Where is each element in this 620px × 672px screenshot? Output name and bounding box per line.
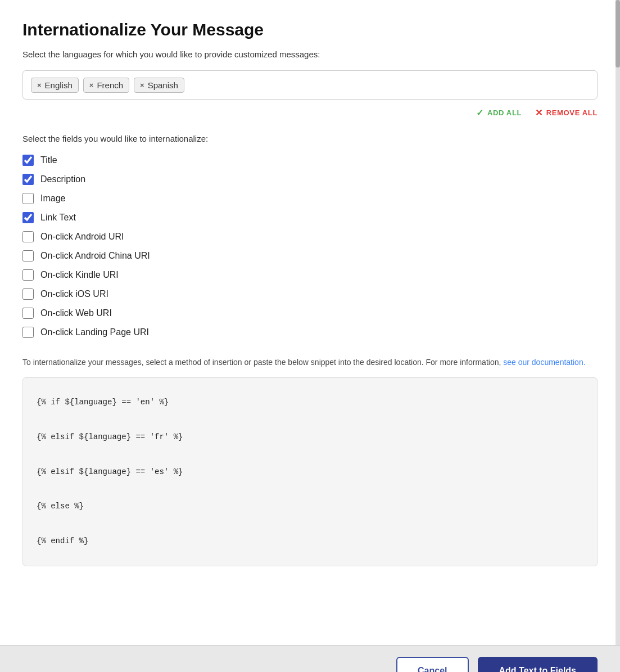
- code-line-8: [37, 515, 583, 533]
- checkbox-onclick-ios-uri-label: On-click iOS URI: [40, 289, 108, 299]
- language-tag-french: × French: [83, 78, 129, 93]
- remove-all-label: REMOVE ALL: [546, 109, 598, 117]
- checkbox-item-link-text[interactable]: Link Text: [22, 212, 598, 223]
- info-description: To internationalize your messages, selec…: [22, 358, 501, 367]
- cancel-button[interactable]: Cancel: [396, 657, 468, 672]
- remove-spanish-icon[interactable]: ×: [140, 81, 144, 89]
- checkbox-link-text-label: Link Text: [40, 213, 76, 223]
- checkbox-description[interactable]: [22, 174, 34, 185]
- language-tag-french-label: French: [97, 80, 123, 90]
- language-tag-english: × English: [31, 78, 79, 93]
- info-text: To internationalize your messages, selec…: [22, 356, 598, 368]
- checkbox-onclick-android-china-uri[interactable]: [22, 250, 34, 261]
- remove-all-button[interactable]: ✕ REMOVE ALL: [535, 107, 598, 118]
- checkbox-item-onclick-web-uri[interactable]: On-click Web URI: [22, 308, 598, 319]
- checkbox-item-onclick-android-china-uri[interactable]: On-click Android China URI: [22, 250, 598, 261]
- code-line-3: {% elsif ${language} == 'fr' %}: [37, 429, 583, 446]
- modal-content: Internationalize Your Message Select the…: [0, 0, 620, 645]
- checkbox-item-title[interactable]: Title: [22, 155, 598, 166]
- checkbox-onclick-ios-uri[interactable]: [22, 288, 34, 300]
- checkbox-item-onclick-android-uri[interactable]: On-click Android URI: [22, 231, 598, 242]
- add-all-label: ADD ALL: [487, 109, 522, 117]
- checkbox-item-onclick-ios-uri[interactable]: On-click iOS URI: [22, 288, 598, 300]
- checkbox-onclick-kindle-uri-label: On-click Kindle URI: [40, 270, 119, 280]
- checkbox-item-description[interactable]: Description: [22, 174, 598, 185]
- checkbox-title-label: Title: [40, 155, 57, 165]
- language-tag-english-label: English: [45, 80, 73, 90]
- checkbox-onclick-android-uri-label: On-click Android URI: [40, 232, 124, 242]
- code-line-1: {% if ${language} == 'en' %}: [37, 394, 583, 411]
- add-remove-row: ✓ ADD ALL ✕ REMOVE ALL: [22, 107, 598, 118]
- code-line-6: [37, 480, 583, 498]
- checkbox-title[interactable]: [22, 155, 34, 166]
- remove-x-icon: ✕: [535, 107, 543, 118]
- modal-container: Internationalize Your Message Select the…: [0, 0, 620, 672]
- checkbox-onclick-android-china-uri-label: On-click Android China URI: [40, 251, 150, 261]
- language-tag-spanish: × Spanish: [134, 78, 184, 93]
- language-tags-container: × English × French × Spanish: [22, 70, 598, 100]
- page-title: Internationalize Your Message: [22, 20, 598, 39]
- add-all-button[interactable]: ✓ ADD ALL: [476, 107, 522, 118]
- code-line-4: [37, 446, 583, 463]
- code-line-2: [37, 411, 583, 429]
- remove-french-icon[interactable]: ×: [89, 81, 94, 89]
- fields-subtitle: Select the fields you would like to inte…: [22, 134, 598, 143]
- checkbox-description-label: Description: [40, 174, 85, 184]
- checkbox-image[interactable]: [22, 193, 34, 204]
- language-tag-spanish-label: Spanish: [148, 80, 178, 90]
- checkbox-item-onclick-kindle-uri[interactable]: On-click Kindle URI: [22, 269, 598, 281]
- checkbox-onclick-landing-page-uri-label: On-click Landing Page URI: [40, 327, 149, 337]
- code-line-5: {% elsif ${language} == 'es' %}: [37, 463, 583, 481]
- checkbox-onclick-landing-page-uri[interactable]: [22, 327, 34, 338]
- check-icon: ✓: [476, 107, 484, 118]
- footer-bar: Cancel Add Text to Fields: [0, 645, 620, 672]
- code-line-9: {% endif %}: [37, 533, 583, 550]
- documentation-link[interactable]: see our documentation.: [503, 358, 585, 367]
- checkbox-onclick-android-uri[interactable]: [22, 231, 34, 242]
- checkbox-item-onclick-landing-page-uri[interactable]: On-click Landing Page URI: [22, 327, 598, 338]
- checkbox-list: Title Description Image Link Text On-cli…: [22, 155, 598, 338]
- checkbox-onclick-web-uri[interactable]: [22, 308, 34, 319]
- checkbox-image-label: Image: [40, 193, 65, 204]
- doc-link-text: see our documentation.: [503, 358, 585, 367]
- checkbox-link-text[interactable]: [22, 212, 34, 223]
- add-text-to-fields-button[interactable]: Add Text to Fields: [478, 657, 598, 672]
- code-block: {% if ${language} == 'en' %} {% elsif ${…: [22, 377, 598, 566]
- language-select-subtitle: Select the languages for which you would…: [22, 49, 598, 59]
- checkbox-item-image[interactable]: Image: [22, 193, 598, 204]
- code-line-7: {% else %}: [37, 498, 583, 515]
- scrollbar-track: [616, 0, 620, 672]
- checkbox-onclick-kindle-uri[interactable]: [22, 269, 34, 281]
- checkbox-onclick-web-uri-label: On-click Web URI: [40, 308, 112, 318]
- remove-english-icon[interactable]: ×: [37, 81, 42, 89]
- scrollbar-thumb[interactable]: [616, 0, 620, 67]
